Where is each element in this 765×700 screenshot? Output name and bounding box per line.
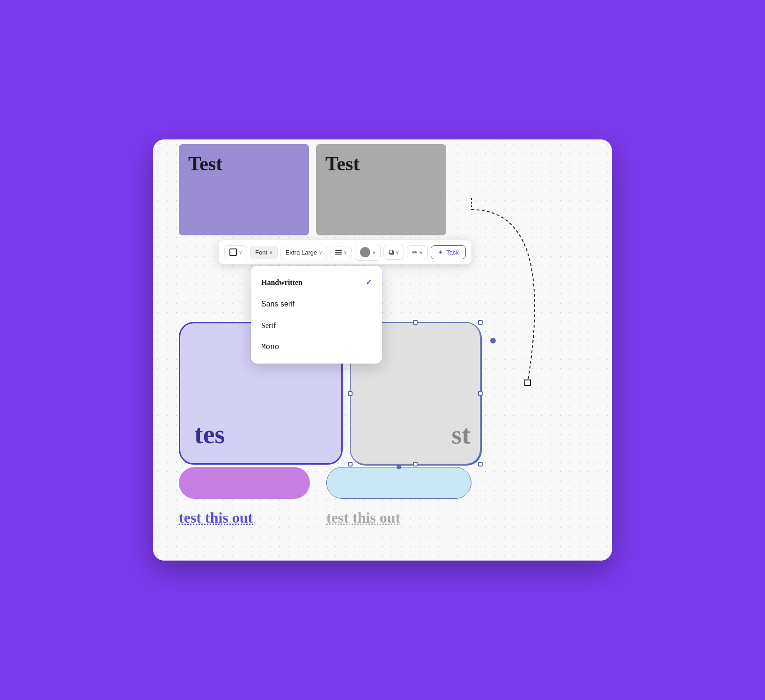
toolbar: ∨ Font ∨ Extra Large ∨ ∨ ∨ ⧉ [219, 240, 471, 264]
font-sans-label: Sans serif [261, 300, 294, 308]
font-option-sans-serif[interactable]: Sans serif [251, 293, 382, 315]
font-option-handwritten[interactable]: Handwritten ✓ [251, 271, 382, 293]
layers-button[interactable]: ⧉ ∨ [383, 245, 404, 260]
card-gray-top[interactable]: Test [316, 144, 446, 235]
font-option-mono[interactable]: Mono [251, 336, 382, 358]
font-dropdown: Handwritten ✓ Sans serif Serif Mono [251, 266, 382, 364]
font-handwritten-label: Handwritten [261, 278, 302, 287]
task-button[interactable]: ✦ Task [431, 245, 466, 259]
size-chevron: ∨ [319, 250, 322, 255]
layers-chevron: ∨ [396, 250, 399, 255]
handle-bm [413, 462, 418, 467]
font-label: Font [255, 249, 267, 256]
color-chevron: ∨ [372, 250, 375, 255]
font-button[interactable]: Font ∨ [250, 246, 278, 259]
pen-chevron: ∨ [419, 250, 423, 255]
handle-bl [348, 462, 353, 467]
bottom-text-right: test this out [326, 509, 400, 526]
handle-tr [478, 320, 483, 325]
shape-chevron: ∨ [239, 250, 242, 255]
app-window: Test Test ∨ Font ∨ Extra Large ∨ [153, 139, 612, 561]
check-icon: ✓ [366, 278, 372, 287]
align-chevron: ∨ [344, 250, 347, 255]
color-dot [360, 247, 370, 257]
card-gray-top-text: Test [325, 153, 360, 175]
align-icon [335, 250, 342, 255]
handle-tm [413, 320, 418, 325]
layers-icon: ⧉ [389, 248, 394, 256]
handle-ml [348, 391, 353, 396]
pill-purple[interactable] [179, 467, 310, 499]
handle-br [478, 462, 483, 467]
pen-button[interactable]: ✏ ∨ [407, 245, 428, 259]
card-purple-top-text: Test [188, 153, 222, 175]
font-mono-label: Mono [261, 343, 279, 351]
task-label: Task [446, 249, 459, 256]
card-gray-bottom-text: st [452, 420, 471, 450]
pill-blue[interactable] [326, 467, 471, 499]
color-button[interactable]: ∨ [355, 244, 381, 261]
square-icon [229, 248, 237, 256]
size-button[interactable]: Extra Large ∨ [280, 246, 327, 259]
size-label: Extra Large [286, 249, 317, 256]
handle-mr [478, 391, 483, 396]
task-icon: ✦ [438, 248, 443, 256]
font-chevron: ∨ [269, 250, 272, 255]
pill-dot [397, 465, 401, 469]
card-blue-bottom-text: tes [194, 419, 225, 449]
card-purple-top[interactable]: Test [179, 144, 309, 235]
font-option-serif[interactable]: Serif [251, 315, 382, 336]
align-button[interactable]: ∨ [330, 247, 352, 258]
pen-icon: ✏ [412, 248, 418, 256]
bottom-text-left: test this out [179, 509, 253, 526]
font-serif-label: Serif [261, 321, 276, 330]
shape-button[interactable]: ∨ [224, 245, 247, 259]
